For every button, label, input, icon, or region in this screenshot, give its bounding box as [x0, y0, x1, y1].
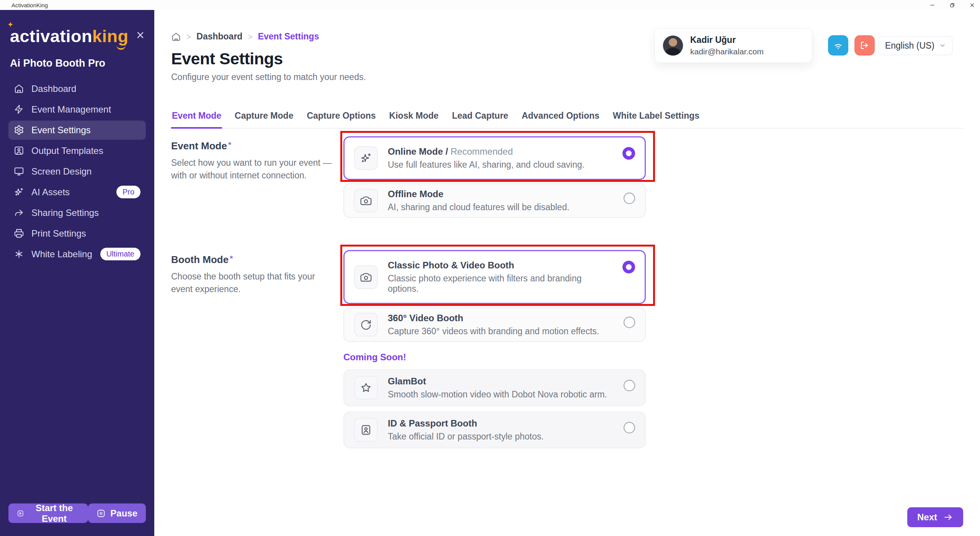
sidebar-item-event-management[interactable]: Event Management — [8, 100, 146, 119]
required-asterisk: * — [228, 140, 231, 149]
forward-arrow-icon — [14, 208, 24, 218]
radio-online-mode[interactable] — [622, 147, 635, 160]
minimize-button[interactable] — [927, 0, 937, 10]
play-icon — [17, 509, 24, 518]
option-classic-booth[interactable]: Classic Photo & Video Booth Classic phot… — [343, 250, 646, 304]
gear-icon — [14, 125, 24, 135]
tab-bar: Event Mode Capture Mode Capture Options … — [171, 111, 963, 129]
tab-event-mode[interactable]: Event Mode — [171, 111, 222, 129]
option-icon-box — [354, 265, 378, 289]
event-mode-description: Select how you want to run your event — … — [171, 157, 332, 182]
breadcrumb-dashboard[interactable]: Dashboard — [196, 31, 242, 42]
wifi-button[interactable] — [828, 35, 848, 56]
option-icon-box — [354, 189, 378, 212]
pause-label: Pause — [110, 508, 137, 519]
chevron-down-icon — [939, 42, 946, 49]
start-event-button[interactable]: Start the Event — [8, 503, 88, 523]
zap-icon — [14, 104, 24, 114]
tab-capture-mode[interactable]: Capture Mode — [234, 111, 294, 128]
option-offline-mode[interactable]: Offline Mode AI, sharing and cloud featu… — [343, 183, 646, 218]
next-label: Next — [917, 512, 937, 523]
option-description: Smooth slow-motion video with Dobot Nova… — [388, 389, 614, 400]
option-title: GlamBot — [388, 376, 614, 387]
camera-icon — [360, 271, 372, 283]
sidebar-item-output-templates[interactable]: Output Templates — [8, 141, 146, 160]
radio-offline-mode[interactable] — [624, 193, 635, 204]
home-icon — [14, 83, 24, 94]
tab-white-label-settings[interactable]: White Label Settings — [612, 111, 700, 128]
option-title: Offline Mode — [388, 189, 614, 199]
page-subtitle: Configure your event setting to match yo… — [171, 72, 963, 82]
star-icon — [360, 382, 372, 394]
booth-mode-label: Booth Mode* — [171, 254, 343, 266]
sidebar-item-label: Dashboard — [31, 83, 76, 94]
radio-glambot[interactable] — [624, 380, 635, 391]
main-content: > Dashboard > Event Settings Event Setti… — [154, 10, 980, 536]
restore-icon — [949, 2, 955, 8]
sidebar-item-ai-assets[interactable]: AI Assets Pro — [8, 183, 146, 202]
asterisk-icon — [14, 249, 24, 259]
sidebar-item-screen-design[interactable]: Screen Design — [8, 162, 146, 181]
logo-text-primary: activation — [10, 26, 92, 46]
sidebar-item-label: Event Settings — [31, 125, 91, 136]
required-asterisk: * — [230, 254, 233, 263]
avatar — [663, 35, 683, 56]
breadcrumb-separator: > — [248, 32, 252, 41]
option-icon-box — [354, 376, 378, 400]
option-icon-box — [354, 313, 378, 337]
tab-lead-capture[interactable]: Lead Capture — [451, 111, 509, 128]
radio-classic-booth[interactable] — [622, 261, 635, 273]
sidebar-item-label: Print Settings — [31, 228, 86, 239]
sidebar: activationking × Ai Photo Booth Pro Dash… — [0, 10, 154, 536]
tab-capture-options[interactable]: Capture Options — [306, 111, 376, 128]
option-online-mode[interactable]: Online Mode / Recommended Use full featu… — [343, 136, 646, 180]
breadcrumb-event-settings[interactable]: Event Settings — [258, 31, 319, 42]
id-card-icon — [360, 424, 372, 436]
logout-icon — [859, 40, 870, 51]
user-email: kadir@harikalar.com — [690, 47, 764, 56]
option-glambot[interactable]: GlamBot Smooth slow-motion video with Do… — [343, 369, 646, 406]
sidebar-item-print-settings[interactable]: Print Settings — [8, 224, 146, 243]
sidebar-item-label: Event Management — [31, 104, 111, 115]
close-icon — [969, 2, 975, 8]
radio-id-passport-booth[interactable] — [624, 422, 635, 433]
logo-text-accent: king — [92, 26, 129, 46]
logout-button[interactable] — [854, 35, 875, 56]
sidebar-item-label: Screen Design — [31, 166, 91, 177]
option-title: Online Mode / Recommended — [388, 146, 612, 157]
sidebar-item-label: AI Assets — [31, 187, 70, 198]
option-description: Use full features like AI, sharing, and … — [388, 160, 612, 170]
option-title: ID & Passport Booth — [388, 418, 614, 429]
window-controls — [927, 0, 977, 10]
tab-advanced-options[interactable]: Advanced Options — [521, 111, 600, 128]
home-icon[interactable] — [171, 32, 181, 42]
product-name: Ai Photo Booth Pro — [10, 57, 144, 69]
app-logo: activationking — [10, 27, 129, 46]
ultimate-badge: Ultimate — [100, 248, 140, 260]
language-selector[interactable]: English (US) — [879, 36, 952, 55]
option-title: Classic Photo & Video Booth — [388, 260, 612, 271]
pause-button[interactable]: Pause — [88, 503, 146, 523]
sidebar-item-dashboard[interactable]: Dashboard — [8, 79, 146, 98]
sidebar-menu: Dashboard Event Management Event Setting… — [0, 79, 154, 265]
option-description: AI, sharing and cloud features will be d… — [388, 202, 614, 212]
option-360-booth[interactable]: 360° Video Booth Capture 360° videos wit… — [343, 307, 646, 342]
user-card[interactable]: Kadir Uğur kadir@harikalar.com — [655, 28, 812, 63]
language-value: English (US) — [885, 41, 934, 51]
contact-card-icon — [14, 145, 24, 156]
window-titlebar: ActivationKing — [0, 0, 980, 10]
radio-360-booth[interactable] — [624, 317, 635, 328]
sidebar-close-icon[interactable]: × — [136, 30, 144, 41]
option-icon-box — [354, 146, 378, 170]
restore-button[interactable] — [947, 0, 957, 10]
start-event-label: Start the Event — [29, 503, 80, 524]
sidebar-item-event-settings[interactable]: Event Settings — [8, 121, 146, 140]
sidebar-item-sharing-settings[interactable]: Sharing Settings — [8, 203, 146, 222]
close-button[interactable] — [967, 0, 977, 10]
sidebar-item-white-labeling[interactable]: White Labeling Ultimate — [8, 245, 146, 264]
option-id-passport-booth[interactable]: ID & Passport Booth Take official ID or … — [343, 412, 646, 448]
tab-kiosk-mode[interactable]: Kiosk Mode — [389, 111, 439, 128]
next-button[interactable]: Next — [907, 507, 963, 527]
booth-mode-description: Choose the booth setup that fits your ev… — [171, 270, 332, 296]
window-title: ActivationKing — [11, 2, 48, 8]
